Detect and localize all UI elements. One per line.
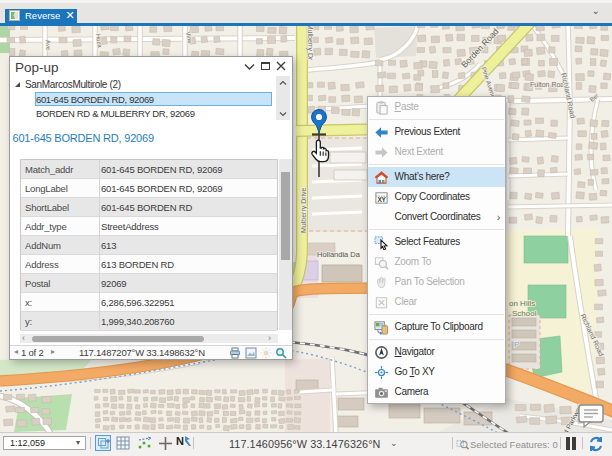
svg-text:Hollandia Da: Hollandia Da [317, 250, 361, 259]
svg-text:Mulberry Dr: Mulberry Dr [306, 24, 314, 61]
svg-text:School: School [512, 309, 537, 318]
svg-text:P: P [514, 340, 519, 349]
svg-text:Ave: Ave [45, 40, 51, 51]
svg-text:XY: XY [377, 196, 386, 203]
svg-text:Mulberry Drive: Mulberry Drive [300, 187, 308, 233]
svg-text:on Hills: on Hills [509, 299, 535, 308]
